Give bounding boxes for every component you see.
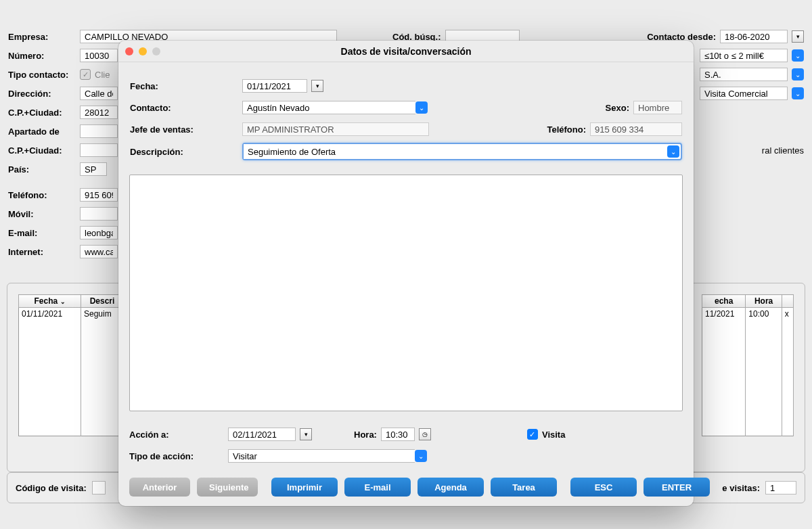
- label-pais: País:: [8, 164, 76, 175]
- label-empresa: Empresa:: [8, 32, 76, 42]
- telefono-input[interactable]: [80, 188, 118, 202]
- email-input[interactable]: [80, 226, 118, 239]
- tipo-contacto-text: Clie: [95, 70, 110, 80]
- jefe-input: [242, 122, 429, 136]
- date-dropdown-icon[interactable]: ▾: [792, 30, 804, 43]
- codigo-visita-input[interactable]: [92, 481, 106, 495]
- table-row[interactable]: 01/11/2021 Seguim: [19, 308, 124, 321]
- table-row[interactable]: 11/2021 10:00 x: [702, 308, 794, 321]
- potencial-input[interactable]: [700, 49, 788, 62]
- movil-input[interactable]: [80, 207, 118, 221]
- de-visitas-label: e visitas:: [722, 483, 760, 493]
- tipo-accion-select[interactable]: [228, 449, 415, 463]
- visitas-count[interactable]: [765, 481, 796, 495]
- calendar-dropdown-icon[interactable]: ▾: [300, 428, 312, 440]
- tipo-contacto-checkbox[interactable]: ✓: [80, 69, 91, 80]
- apartado-input[interactable]: [80, 124, 118, 138]
- label-visita: Visita: [542, 430, 565, 440]
- esc-button[interactable]: ESC: [570, 478, 637, 497]
- descripcion-select[interactable]: [244, 144, 666, 159]
- visita-checkbox[interactable]: ✓: [527, 429, 538, 440]
- email-button[interactable]: E-mail: [344, 478, 411, 497]
- dropdown-icon[interactable]: ⌄: [792, 68, 804, 80]
- notes-textarea[interactable]: [129, 175, 683, 411]
- siguiente-button[interactable]: Siguiente: [197, 478, 258, 497]
- label-contacto: Contacto:: [130, 103, 238, 113]
- agenda-button[interactable]: Agenda: [418, 478, 484, 497]
- label-jefe: Jefe de ventas:: [130, 124, 238, 135]
- label-descripcion: Descripción:: [130, 147, 238, 157]
- label-direccion: Dirección:: [8, 89, 76, 99]
- close-icon[interactable]: [125, 47, 133, 55]
- label-telefono-modal: Teléfono:: [547, 124, 586, 135]
- titlebar[interactable]: Datos de visita/conversación: [118, 41, 694, 62]
- contacto-desde-input[interactable]: [720, 30, 788, 43]
- visit-dialog: Datos de visita/conversación Fecha: ▾ Co…: [118, 41, 694, 506]
- zoom-icon: [152, 47, 160, 55]
- dialog-title: Datos de visita/conversación: [118, 46, 694, 57]
- accion-a-input[interactable]: [228, 428, 296, 441]
- label-numero: Número:: [8, 51, 76, 61]
- imprimir-button[interactable]: Imprimir: [271, 478, 338, 497]
- numero-input[interactable]: [80, 49, 118, 62]
- contacto-select[interactable]: [242, 101, 415, 114]
- label-fecha: Fecha:: [130, 81, 238, 91]
- label-cp-ciudad: C.P.+Ciudad:: [8, 108, 76, 118]
- label-tipo-contacto: Tipo contacto:: [8, 70, 76, 80]
- dropdown-icon[interactable]: ⌄: [792, 49, 804, 62]
- clock-icon[interactable]: ◷: [419, 428, 431, 440]
- sexo-input: [633, 101, 682, 114]
- label-internet: Internet:: [8, 247, 76, 257]
- internet-input[interactable]: [80, 245, 118, 258]
- label-cp-ciudad2: C.P.+Ciudad:: [8, 145, 76, 156]
- anterior-button[interactable]: Anterior: [129, 478, 190, 497]
- dialog-footer: Anterior Siguiente Imprimir E-mail Agend…: [118, 472, 694, 506]
- cp2-input[interactable]: [80, 143, 118, 157]
- dropdown-icon[interactable]: ⌄: [415, 450, 427, 462]
- motivo-input[interactable]: [700, 87, 788, 100]
- dropdown-icon[interactable]: ⌄: [792, 87, 804, 99]
- direccion-input[interactable]: [80, 87, 118, 100]
- enter-button[interactable]: ENTER: [644, 478, 710, 497]
- label-codigo-visita: Código de visita:: [16, 483, 87, 493]
- label-accion-a: Acción a:: [129, 430, 224, 440]
- dropdown-icon[interactable]: ⌄: [415, 101, 428, 114]
- label-sexo: Sexo:: [606, 103, 629, 113]
- listado-frag: ral clientes: [762, 145, 804, 156]
- dropdown-icon[interactable]: ⌄: [667, 145, 679, 158]
- fecha-input[interactable]: [242, 79, 307, 93]
- label-movil: Móvil:: [8, 209, 76, 219]
- calendar-dropdown-icon[interactable]: ▾: [311, 80, 323, 92]
- visits-table-left: Fecha ⌄ Descri 01/11/2021 Seguim: [18, 294, 124, 436]
- forma-input[interactable]: [700, 68, 788, 81]
- telefono-modal-input: [590, 122, 682, 136]
- label-hora: Hora:: [354, 430, 377, 440]
- label-apartado: Apartado de: [8, 127, 76, 137]
- tarea-button[interactable]: Tarea: [491, 478, 557, 497]
- hora-input[interactable]: [381, 428, 415, 441]
- pais-input[interactable]: [80, 162, 107, 176]
- cp-input[interactable]: [80, 106, 118, 119]
- label-telefono: Teléfono:: [8, 190, 76, 200]
- label-tipo-accion: Tipo de acción:: [129, 451, 224, 461]
- visits-table-right: echa Hora 11/2021 10:00 x: [702, 294, 794, 436]
- minimize-icon[interactable]: [139, 47, 147, 55]
- label-email: E-mail:: [8, 228, 76, 238]
